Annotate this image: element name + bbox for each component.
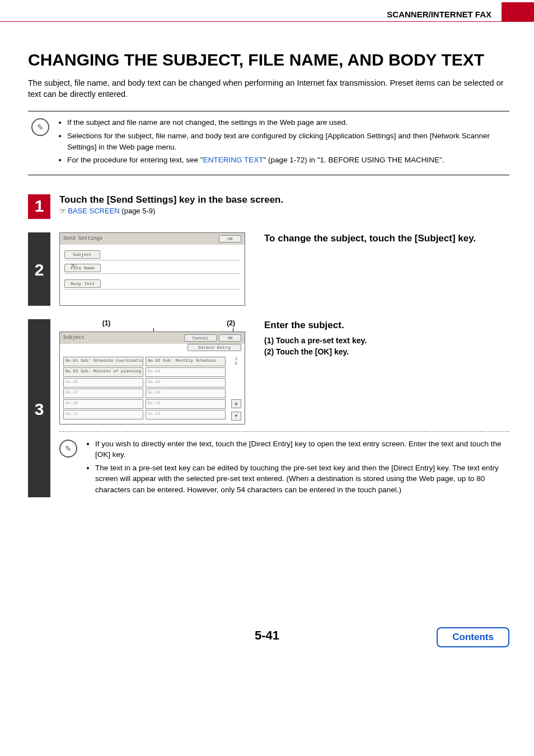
note-item: For the procedure for entering text, see… <box>67 155 506 166</box>
filename-button[interactable]: File Name <box>64 264 101 272</box>
step-number: 3 <box>28 319 50 498</box>
subject-button[interactable]: Subject <box>64 250 100 259</box>
send-settings-panel: Send Settings OK Subject ☜ File Name <box>59 232 245 306</box>
step-1: 1 Touch the [Send Settings] key in the b… <box>28 194 509 219</box>
step-title: To change the subject, touch the [Subjec… <box>264 232 509 245</box>
preset-button[interactable]: No.06 <box>146 378 226 388</box>
preset-button[interactable]: No.02 Sub: Monthly Schedule <box>146 357 226 366</box>
pointer-hand-icon: ☜ <box>71 262 77 272</box>
step-title: Enter the subject. <box>264 319 509 332</box>
page-indicator: 1 5 <box>231 357 241 366</box>
callout: (1) <box>59 319 153 327</box>
note-box: ✎ If the subject and file name are not c… <box>28 111 509 175</box>
direct-entry-button[interactable]: Direct Entry <box>188 344 241 351</box>
preset-button[interactable]: No.04 <box>146 367 226 377</box>
pencil-icon: ✎ <box>31 118 49 136</box>
subject-panel: Subject Cancel OK Direct Entry <box>59 332 245 424</box>
note-item: If you wish to directly enter the text, … <box>95 438 509 460</box>
section-title: SCANNER/INTERNET FAX <box>387 10 502 21</box>
scroll-down-button[interactable]: ▼ <box>231 412 241 421</box>
step-3: 3 (1) (2) Subject Cancel OK <box>28 319 509 498</box>
preset-button[interactable]: No.07 <box>63 389 143 398</box>
page-title: CHANGING THE SUBJECT, FILE NAME, AND BOD… <box>28 50 509 69</box>
link-base-screen[interactable]: BASE SCREEN <box>68 207 119 215</box>
note-item: The text in a pre-set text key can be ed… <box>95 463 509 496</box>
contents-button[interactable]: Contents <box>437 627 509 647</box>
panel-title: Subject <box>63 335 85 340</box>
preset-button[interactable]: No.01 Sub: Schedule coordination <box>63 357 143 366</box>
step-substep: (2) Touch the [OK] key. <box>264 347 509 356</box>
step-number: 2 <box>28 232 50 306</box>
bodytext-button[interactable]: Body Text <box>64 279 101 288</box>
preset-button[interactable]: No.03 Sub: Minutes of planning m <box>63 367 143 377</box>
brand-accent <box>502 2 534 21</box>
preset-button[interactable]: No.08 <box>146 389 226 398</box>
link-entering-text[interactable]: ENTERING TEXT <box>203 156 264 164</box>
step-ref: ☞ BASE SCREEN (page 5-9) <box>59 207 509 216</box>
step-substep: (1) Touch a pre-set text key. <box>264 336 509 345</box>
ok-button[interactable]: OK <box>219 235 241 242</box>
step-title: Touch the [Send Settings] key in the bas… <box>59 194 509 206</box>
note-item: If the subject and file name are not cha… <box>67 117 506 128</box>
panel-title: Send Settings <box>63 236 102 241</box>
preset-button[interactable]: No.11 <box>63 410 143 419</box>
intro-text: The subject, file name, and body text ca… <box>28 77 509 100</box>
cancel-button[interactable]: Cancel <box>184 334 217 342</box>
callout: (2) <box>153 319 238 327</box>
step-2: 2 Send Settings OK Subject ☜ File Name <box>28 232 509 306</box>
divider <box>59 431 509 432</box>
scroll-up-button[interactable]: ▲ <box>231 399 241 408</box>
preset-button[interactable]: No.05 <box>63 378 143 388</box>
preset-button[interactable]: No.09 <box>63 399 143 409</box>
top-bar: SCANNER/INTERNET FAX <box>0 0 534 22</box>
ok-button[interactable]: OK <box>219 334 241 342</box>
preset-button[interactable]: No.10 <box>146 399 226 409</box>
pencil-icon: ✎ <box>59 440 77 458</box>
note-item: Selections for the subject, file name, a… <box>67 130 506 152</box>
preset-button[interactable]: No.12 <box>146 410 226 419</box>
step-number: 1 <box>28 194 50 219</box>
